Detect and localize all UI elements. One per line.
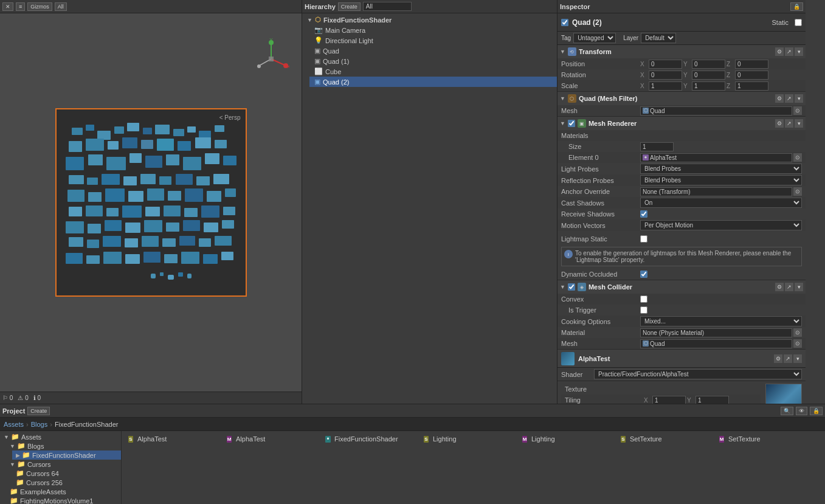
light-probes-select[interactable]: Blend Probes [640,164,802,174]
tree-cursors[interactable]: ▼ 📁 Cursors [6,460,121,469]
tiling-x[interactable] [652,396,686,404]
asset-lighting-shader[interactable]: S Lighting [419,433,517,444]
receive-shadows-checkbox[interactable] [640,210,647,218]
object-enabled-checkbox[interactable] [561,19,568,26]
scale-y[interactable] [692,81,725,91]
project-lock-btn[interactable]: 🔒 [810,407,823,415]
hierarchy-item-quad[interactable]: ▣ Quad [309,46,557,56]
hierarchy-item-quad2[interactable]: ▣ Quad (2) [309,77,557,87]
mf-mesh-pick-btn[interactable]: ⊙ [793,106,802,115]
element0-ref[interactable]: ● AlphaTest [640,153,792,162]
mr-menu-btn[interactable]: ▾ [795,119,803,128]
position-y[interactable] [692,60,725,69]
convex-checkbox[interactable] [640,295,647,303]
tag-select[interactable]: Untagged [573,33,616,43]
lightmap-static-checkbox[interactable] [640,235,647,243]
asset-alphatest-shader[interactable]: S AlphaTest [124,433,221,444]
mr-extra-btn[interactable]: ↗ [785,119,793,128]
hierarchy-item-main-camera[interactable]: 📷 Main Camera [309,25,557,35]
size-input[interactable] [640,142,674,151]
rotation-z[interactable] [735,71,768,80]
gizmos-btn[interactable]: Gizmos [27,2,52,11]
transform-menu-btn[interactable]: ▾ [795,47,803,56]
static-checkbox[interactable] [795,19,802,26]
breadcrumb-assets[interactable]: Assets [4,421,24,428]
inspector-lock-btn[interactable]: 🔒 [790,2,803,11]
reflection-probes-select[interactable]: Blend Probes [640,175,802,185]
mc-material-ref[interactable]: None (Physic Material) [640,328,792,337]
tree-assets[interactable]: ▼ 📁 Assets [0,432,121,441]
hierarchy-item-cube[interactable]: ⬜ Cube [309,66,557,77]
mc-menu-btn[interactable]: ▾ [795,283,803,291]
tree-fighting-motions[interactable]: 📁 FightingMotionsVolume1 [6,496,121,504]
asset-alphatest-mat[interactable]: M AlphaTest [223,433,320,444]
tree-blogs[interactable]: ▼ 📁 Blogs [6,441,121,450]
hierarchy-search[interactable] [363,2,412,11]
hierarchy-item-quad1[interactable]: ▣ Quad (1) [309,56,557,66]
dynamic-occluded-checkbox[interactable] [640,271,647,278]
asset-settexture-shader[interactable]: S SetTexture [616,433,714,444]
scale-x[interactable] [649,81,682,91]
element0-pick-btn[interactable]: ⊙ [793,153,802,162]
project-eye-btn[interactable]: 👁 [796,407,807,415]
mesh-collider-header[interactable]: ▼ ◈ Mesh Collider ⚙ ↗ ▾ [557,280,806,294]
transform-extra-btn[interactable]: ↗ [785,47,793,56]
tree-fixed-function-shader[interactable]: ▶ 📁 FixedFunctionShader [12,450,121,460]
breadcrumb-folder[interactable]: FixedFunctionShader [55,421,119,428]
texture-preview[interactable] [765,384,802,404]
motion-vectors-select[interactable]: Per Object Motion [640,220,802,230]
hierarchy-root-item[interactable]: ▼ ⬡ FixedFunctionShader [302,15,557,25]
hierarchy-item-directional-light[interactable]: 💡 Directional Light [309,35,557,46]
scene-menu-btn[interactable]: ≡ [16,2,25,11]
transform-header[interactable]: ▼ ⟲ Transform ⚙ ↗ ▾ [557,45,806,58]
mc-enabled-checkbox[interactable] [568,283,575,291]
mr-settings-btn[interactable]: ⚙ [775,119,784,128]
mc-mesh-label: Mesh [561,340,640,347]
tree-example-assets[interactable]: 📁 ExampleAssets [6,487,121,496]
svg-rect-32 [106,157,126,170]
anchor-override-pick-btn[interactable]: ⊙ [793,187,802,196]
scene-all-btn[interactable]: All [55,2,67,11]
mat-settings-btn[interactable]: ⚙ [774,354,782,363]
cast-shadows-select[interactable]: On [640,198,802,208]
mf-extra-btn[interactable]: ↗ [785,94,793,103]
mc-mesh-ref[interactable]: ⬡ Quad [640,339,792,348]
mc-extra-btn[interactable]: ↗ [785,283,793,291]
anchor-override-ref[interactable]: None (Transform) [640,187,792,196]
scene-viewport[interactable]: < Persp [55,108,247,297]
mesh-renderer-header[interactable]: ▼ ▣ Mesh Renderer ⚙ ↗ ▾ [557,117,806,130]
mesh-filter-header[interactable]: ▼ ⬡ Quad (Mesh Filter) ⚙ ↗ ▾ [557,92,806,105]
rotation-x[interactable] [649,71,682,80]
position-z[interactable] [735,60,768,69]
breadcrumb-blogs[interactable]: Blogs [31,421,48,428]
shader-select[interactable]: Practice/FixedFunction/AlphaTest [594,369,802,379]
mc-settings-btn[interactable]: ⚙ [775,283,784,291]
hierarchy-create-btn[interactable]: Create [338,2,361,11]
layer-select[interactable]: Default [641,33,676,43]
project-create-btn[interactable]: Create [27,407,50,415]
transform-settings-btn[interactable]: ⚙ [775,47,784,56]
svg-rect-70 [144,220,162,232]
mc-mesh-pick-btn[interactable]: ⊙ [793,339,802,348]
mf-menu-btn[interactable]: ▾ [795,94,803,103]
tiling-y[interactable] [696,396,729,404]
mf-settings-btn[interactable]: ⚙ [775,94,784,103]
asset-fixed-function-scene[interactable]: ⚬ FixedFunctionShader [321,433,418,444]
asset-settexture-mat[interactable]: M SetTexture [715,433,812,444]
mc-material-pick-btn[interactable]: ⊙ [793,328,802,337]
mat-menu-btn[interactable]: ▾ [793,354,802,363]
scale-z[interactable] [735,81,768,91]
mf-mesh-ref[interactable]: ⬡ Quad [640,106,792,116]
mr-enabled-checkbox[interactable] [568,120,575,127]
is-trigger-checkbox[interactable] [640,306,647,314]
tree-cursors256[interactable]: 📁 Cursors 256 [12,478,121,487]
project-search-btn[interactable]: 🔍 [781,407,793,415]
position-x[interactable] [649,60,682,69]
tree-cursors64[interactable]: 📁 Cursors 64 [12,469,121,478]
rotation-y[interactable] [692,71,725,80]
scene-close-btn[interactable]: ✕ [2,2,13,11]
mat-extra-btn[interactable]: ↗ [784,354,792,363]
cooking-options-select[interactable]: Mixed... [640,316,802,326]
alphatest-mat-header[interactable]: AlphaTest ⚙ ↗ ▾ [557,350,806,368]
asset-lighting-mat[interactable]: M Lighting [518,433,615,444]
